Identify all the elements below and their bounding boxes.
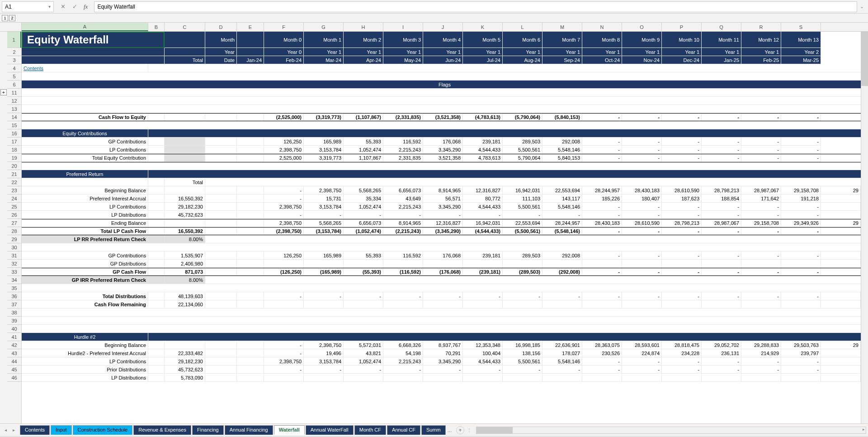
row-header-24[interactable]: 24 <box>7 195 21 203</box>
sheet-tab-financing[interactable]: Financing <box>192 425 224 435</box>
tab-nav-first-icon[interactable]: ◂ <box>2 427 9 434</box>
col-header-N[interactable]: N <box>582 23 622 31</box>
row-header-1[interactable]: 1 <box>7 32 21 48</box>
row-header-25[interactable]: 25 <box>7 203 21 211</box>
row-header-27[interactable]: 27 <box>7 219 21 227</box>
cell <box>237 32 264 48</box>
row-header-14[interactable]: 14 <box>7 113 21 121</box>
col-header-L[interactable]: L <box>503 23 542 31</box>
row-label: LP Contributions <box>22 203 148 211</box>
row-header-41[interactable]: 41 <box>7 333 21 341</box>
sheet-tab-waterfall[interactable]: Waterfall <box>274 425 305 435</box>
sheet-tab-summ[interactable]: Summ <box>421 425 446 435</box>
row-header-13[interactable]: 13 <box>7 105 21 113</box>
row-header-32[interactable]: 32 <box>7 260 21 268</box>
sheet-tab-construction-schedule[interactable]: Construction Schedule <box>73 425 133 435</box>
row-header-18[interactable]: 18 <box>7 146 21 154</box>
row-header-17[interactable]: 17 <box>7 138 21 146</box>
col-header-A[interactable]: A <box>22 23 148 31</box>
contents-link[interactable]: Contents <box>22 64 148 72</box>
row-header-26[interactable]: 26 <box>7 211 21 219</box>
sheet-tab-annual-financing[interactable]: Annual Financing <box>225 425 273 435</box>
row-header-40[interactable]: 40 <box>7 325 21 333</box>
row-header-21[interactable]: 21 <box>7 170 21 178</box>
name-box-dropdown-icon[interactable]: ▾ <box>48 4 51 9</box>
cell: Month 10 <box>662 32 702 48</box>
row-header-35[interactable]: 35 <box>7 284 21 292</box>
col-header-E[interactable]: E <box>237 23 264 31</box>
col-header-Q[interactable]: Q <box>702 23 741 31</box>
add-sheet-button[interactable]: + <box>456 426 464 434</box>
title-cell[interactable]: Equity Waterfall <box>22 32 165 48</box>
sheet-tab-bar: ◂ ▸ ContentsInputConstruction ScheduleRe… <box>0 423 868 436</box>
row-header-38[interactable]: 38 <box>7 309 21 317</box>
col-header-H[interactable]: H <box>344 23 383 31</box>
tab-nav-last-icon[interactable]: ▸ <box>10 427 17 434</box>
row-label: Total LP Cash Flow <box>22 228 148 235</box>
col-header-C[interactable]: C <box>165 23 205 31</box>
col-header-J[interactable]: J <box>423 23 463 31</box>
row-header-3[interactable]: 3 <box>7 56 21 64</box>
row-header-2[interactable]: 2 <box>7 48 21 56</box>
row-header-15[interactable]: 15 <box>7 121 21 129</box>
outline-expand-button[interactable]: + <box>0 89 7 95</box>
col-header-K[interactable]: K <box>463 23 503 31</box>
row-header-34[interactable]: 34 <box>7 276 21 284</box>
col-header-G[interactable]: G <box>304 23 344 31</box>
col-header-S[interactable]: S <box>781 23 821 31</box>
row-header-22[interactable]: 22 <box>7 178 21 186</box>
row-header-44[interactable]: 44 <box>7 357 21 366</box>
sheet-tab-month-cf[interactable]: Month CF <box>354 425 386 435</box>
row-label: Total Equity Contribution <box>22 154 148 162</box>
row-header-37[interactable]: 37 <box>7 300 21 309</box>
formula-expand-icon[interactable]: ⌄ <box>857 4 866 10</box>
row-header-39[interactable]: 39 <box>7 317 21 325</box>
col-header-P[interactable]: P <box>662 23 702 31</box>
vertical-scrollbar[interactable] <box>861 32 868 423</box>
col-header-B[interactable]: B <box>148 23 165 31</box>
cell: Month 4 <box>423 32 463 48</box>
formula-input[interactable]: Equity Waterfall <box>94 1 857 12</box>
row-header-19[interactable]: 19 <box>7 154 21 162</box>
row-header-31[interactable]: 31 <box>7 252 21 260</box>
row-header-45[interactable]: 45 <box>7 366 21 374</box>
row-header-29[interactable]: 29 <box>7 235 21 243</box>
horizontal-scrollbar[interactable]: ◂ ▸ <box>476 427 866 434</box>
enter-formula-icon[interactable]: ✓ <box>69 2 80 11</box>
cell: Month 11 <box>702 32 741 48</box>
name-box[interactable]: A1 ▾ <box>2 1 54 12</box>
col-header-O[interactable]: O <box>622 23 662 31</box>
col-header-I[interactable]: I <box>383 23 423 31</box>
row-header-46[interactable]: 46 <box>7 374 21 382</box>
fx-icon[interactable]: fx <box>84 3 88 10</box>
row-header-43[interactable]: 43 <box>7 349 21 357</box>
row-header-33[interactable]: 33 <box>7 268 21 276</box>
sheet-tab-revenue-&-expenses[interactable]: Revenue & Expenses <box>133 425 191 435</box>
row-header-4[interactable]: 4 <box>7 64 21 72</box>
outline-level-1[interactable]: 1 <box>2 15 8 21</box>
col-header-R[interactable]: R <box>741 23 781 31</box>
col-header-F[interactable]: F <box>264 23 304 31</box>
sheet-tab-contents[interactable]: Contents <box>20 425 50 435</box>
row-header-28[interactable]: 28 <box>7 227 21 235</box>
row-header-11[interactable]: 11 <box>7 89 21 97</box>
sheet-tab-input[interactable]: Input <box>51 425 71 435</box>
cancel-formula-icon[interactable]: ✕ <box>57 2 68 11</box>
row-header-6[interactable]: 6 <box>7 81 21 89</box>
cell: Month 5 <box>463 32 503 48</box>
row-label: LP Distributions <box>22 211 148 219</box>
row-header-42[interactable]: 42 <box>7 341 21 349</box>
outline-level-2[interactable]: 2 <box>9 15 15 21</box>
sheet-tab-annual-cf[interactable]: Annual CF <box>387 425 420 435</box>
row-header-5[interactable]: 5 <box>7 72 21 81</box>
col-header-D[interactable]: D <box>205 23 237 31</box>
row-header-30[interactable]: 30 <box>7 243 21 252</box>
sheet-tab-annual-waterfall[interactable]: Annual WaterFall <box>306 425 354 435</box>
row-header-23[interactable]: 23 <box>7 186 21 195</box>
row-header-12[interactable]: 12 <box>7 97 21 105</box>
tab-more[interactable]: ... <box>446 428 453 433</box>
row-header-36[interactable]: 36 <box>7 292 21 300</box>
col-header-M[interactable]: M <box>542 23 582 31</box>
row-header-16[interactable]: 16 <box>7 129 21 138</box>
row-header-20[interactable]: 20 <box>7 162 21 170</box>
